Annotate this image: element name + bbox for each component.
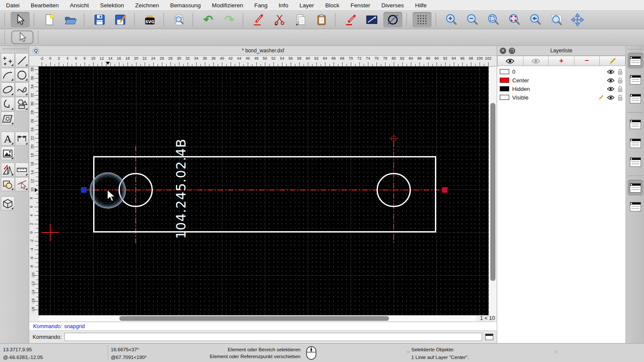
hatch-tool[interactable] (1, 112, 15, 126)
zoom-window-button[interactable] (547, 12, 566, 27)
solid-tool[interactable] (1, 196, 15, 211)
ellipse-tool[interactable] (1, 82, 15, 97)
reference-rectangle-button[interactable] (362, 12, 381, 27)
layer-visible-eye-icon[interactable] (607, 95, 614, 100)
edit-layer-button[interactable] (600, 56, 626, 66)
show-all-layers-button[interactable] (497, 56, 523, 66)
layer-list-toggle-button[interactable] (628, 53, 643, 69)
library-browser-toggle-button[interactable] (628, 90, 643, 106)
layer-lock-icon[interactable] (617, 94, 623, 101)
arc-tool[interactable] (1, 68, 15, 82)
layer-color-swatch[interactable] (500, 86, 509, 91)
zoom-in-button[interactable] (442, 12, 461, 27)
layer-row-center[interactable]: Center (497, 76, 626, 84)
layer-color-swatch[interactable] (500, 78, 509, 83)
menu-item-info[interactable]: Info (279, 2, 289, 9)
zoom-selection-button[interactable] (505, 12, 524, 27)
modify-circle-button[interactable] (383, 12, 402, 27)
horizontal-scrollbar[interactable] (39, 316, 477, 321)
remove-layer-button[interactable]: − (574, 56, 600, 66)
block-tool[interactable] (1, 177, 15, 191)
layer-color-swatch[interactable] (500, 69, 509, 74)
layer-color-swatch[interactable] (500, 95, 509, 100)
command-line-toggle-button[interactable] (628, 180, 643, 196)
image-tool[interactable] (1, 146, 15, 160)
vertical-scrollbar-thumb[interactable] (490, 103, 495, 281)
menu-item-bemassung[interactable]: Bemassung (170, 2, 200, 9)
property-editor-toggle-button[interactable] (628, 116, 643, 132)
modify-tool[interactable] (1, 163, 15, 177)
reset-pointer-button[interactable] (11, 30, 33, 44)
grid-toggle-button[interactable] (413, 12, 431, 27)
menu-item-bearbeiten[interactable]: Bearbeiten (31, 2, 59, 9)
save-button[interactable] (90, 12, 109, 27)
layer-row-0[interactable]: 0 (497, 67, 626, 76)
view-list-toggle-button[interactable] (628, 154, 643, 170)
redo-button[interactable]: ↷ (220, 12, 239, 27)
zoom-previous-button[interactable] (526, 12, 545, 27)
layer-visible-eye-icon[interactable] (607, 69, 614, 74)
dimension-tool[interactable] (15, 132, 29, 146)
menu-item-selektion[interactable]: Selektion (100, 2, 124, 9)
part-number-text[interactable]: 104.245.02.4B (173, 139, 188, 239)
selection-pointer-button[interactable] (11, 12, 30, 27)
copy-button[interactable]: + (291, 12, 310, 27)
layer-visible-eye-icon[interactable] (607, 78, 614, 83)
add-layer-button[interactable]: + (549, 56, 574, 66)
menu-item-ansicht[interactable]: Ansicht (70, 2, 89, 9)
undo-button[interactable]: ↶ (199, 12, 218, 27)
clipboard-panel-toggle-button[interactable] (628, 199, 643, 214)
paste-button[interactable] (312, 12, 331, 27)
menu-item-zeichnen[interactable]: Zeichnen (135, 2, 159, 9)
delete-button[interactable] (249, 12, 268, 27)
menu-item-layer[interactable]: Layer (300, 2, 314, 9)
open-file-button[interactable] (61, 12, 80, 27)
circle-tool[interactable] (15, 68, 29, 82)
draw-edit-button[interactable] (341, 12, 360, 27)
new-file-button[interactable] (40, 12, 59, 27)
line-tool[interactable] (15, 53, 29, 67)
float-panel-icon[interactable]: ❐ (509, 48, 515, 54)
menu-item-fenster[interactable]: Fenster (350, 2, 370, 9)
menu-item-block[interactable]: Block (325, 2, 339, 9)
save-as-button[interactable] (111, 12, 130, 27)
layer-name[interactable]: Hidden (512, 86, 530, 92)
vertical-scrollbar[interactable] (489, 66, 497, 315)
menu-item-fang[interactable]: Fang (254, 2, 267, 9)
selection-filter-toggle-button[interactable] (628, 135, 643, 151)
menu-item-modifizieren[interactable]: Modifizieren (212, 2, 243, 9)
svg-export-button[interactable]: SVG (140, 12, 159, 27)
layer-visible-eye-icon[interactable] (607, 87, 614, 91)
command-window-toggle-button[interactable] (485, 334, 493, 340)
layer-name[interactable]: Center (512, 77, 529, 84)
pan-button[interactable] (568, 12, 587, 27)
hide-all-layers-button[interactable] (523, 56, 549, 66)
menu-item-hilfe[interactable]: Hilfe (415, 2, 427, 9)
layer-lock-icon[interactable] (617, 69, 623, 75)
block-list-toggle-button[interactable] (628, 72, 643, 87)
menu-item-datei[interactable]: Datei (6, 2, 20, 9)
horizontal-scrollbar-thumb[interactable] (119, 316, 389, 321)
line-end-handle[interactable] (442, 187, 448, 193)
zoom-out-button[interactable] (463, 12, 482, 27)
text-tool[interactable]: A (1, 132, 15, 146)
select-entity-tool[interactable] (15, 177, 29, 191)
point-tool[interactable] (1, 53, 15, 67)
reference-point-marker[interactable] (391, 136, 397, 142)
print-preview-button[interactable] (170, 12, 188, 27)
layer-lock-icon[interactable] (617, 77, 623, 84)
zoom-auto-button[interactable] (484, 12, 503, 27)
drawing-canvas[interactable]: 104.245.02.4B (39, 66, 489, 315)
menu-item-diverses[interactable]: Diverses (381, 2, 404, 9)
close-panel-icon[interactable]: ✕ (500, 48, 506, 54)
command-input[interactable] (64, 333, 482, 341)
layer-name[interactable]: 0 (512, 69, 515, 75)
document-title[interactable]: * bond_washer.dxf (29, 48, 497, 54)
cut-button[interactable]: + (270, 12, 289, 27)
layer-row-hidden[interactable]: Hidden (497, 84, 626, 93)
measure-tool[interactable] (15, 163, 29, 177)
shape-tool[interactable] (15, 97, 29, 111)
spline-tool[interactable] (15, 82, 29, 97)
layer-lock-icon[interactable] (617, 86, 623, 92)
layer-name[interactable]: Visible (512, 94, 529, 101)
